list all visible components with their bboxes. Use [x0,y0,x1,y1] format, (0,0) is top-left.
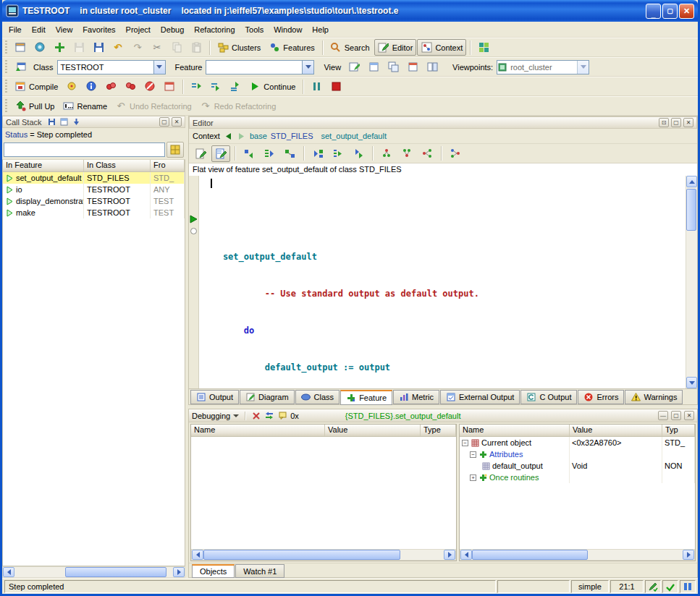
callees-button[interactable] [260,145,279,162]
freeze-button[interactable] [121,78,140,95]
ancestors-button[interactable] [377,145,396,162]
object-tree-row[interactable]: default_output Void NON [460,460,695,472]
undo-refactoring-button[interactable]: ↶ Undo Refactoring [111,98,195,114]
tab-external-output[interactable]: External Output [440,390,520,404]
project-info-button[interactable] [82,78,101,95]
hex-format-toggle[interactable]: 0x [290,412,299,420]
compile-button[interactable]: Compile [11,78,62,95]
objects-empty-area[interactable] [460,483,695,549]
comment-icon[interactable] [277,411,287,420]
code-line[interactable] [202,214,683,226]
copy-button[interactable] [167,39,186,56]
stack-filter-input[interactable] [4,142,165,157]
column-in-feature[interactable]: In Feature [3,160,84,171]
pause-button[interactable] [307,78,326,95]
watch-empty-area[interactable] [191,437,456,549]
tab-class[interactable]: Class [295,390,340,404]
column-in-class[interactable]: In Class [84,160,151,171]
code-line[interactable]: -- Use standard output as default output… [202,288,683,300]
menu-file[interactable]: File [4,23,27,36]
paste-button[interactable] [187,39,206,56]
step-into-button[interactable] [206,78,225,95]
breadcrumb-class[interactable]: STD_FILES [271,132,313,140]
external-commands-button[interactable] [474,39,493,56]
redo-button[interactable]: ↷ [128,39,147,56]
save-all-button[interactable] [89,39,108,56]
watch-hscrollbar[interactable] [191,549,456,561]
finalize-button[interactable] [160,78,179,95]
contract-view-button[interactable] [349,145,368,162]
chevron-down-icon[interactable] [233,414,239,417]
menu-help[interactable]: Help [307,23,334,36]
column-from[interactable]: Fro [151,160,185,171]
viewpoint-combo[interactable]: root_cluster [497,60,589,74]
cut-button[interactable]: ✂ [148,39,166,56]
expand-icon[interactable]: + [470,474,476,481]
column-value[interactable]: Value [325,425,421,436]
object-tree-row[interactable]: − Current object <0x32A8760> STD_ [460,437,695,448]
call-stack-row[interactable]: io TESTROOT ANY [3,184,185,195]
pull-up-button[interactable]: Pull Up [11,98,58,114]
collapse-icon[interactable]: − [462,440,468,446]
force-recompile-button[interactable] [62,78,81,95]
breadcrumb-feature[interactable]: set_output_default [321,132,387,140]
exchange-icon[interactable] [264,411,274,420]
toolbar-grip[interactable] [4,41,8,55]
scrollbar-thumb[interactable] [472,550,588,560]
tab-warnings[interactable]: Warnings [625,390,683,404]
cancel-compile-button[interactable] [140,78,159,95]
scrollbar-thumb[interactable] [203,550,400,560]
debugging-header[interactable]: Debugging 0x {STD_FILES}.set_output_defa… [189,409,697,422]
clickable-view-button[interactable] [211,145,230,162]
menu-tools[interactable]: Tools [240,23,269,36]
editor-toggle-button[interactable]: Editor [374,39,417,56]
column-name[interactable]: Name [191,425,325,436]
close-button[interactable]: ✕ [679,4,694,19]
editor-margin[interactable] [189,176,199,388]
descendants-button[interactable] [397,145,416,162]
menu-refactoring[interactable]: Refactoring [189,23,240,36]
close-debug-icon[interactable]: ✕ [684,411,694,420]
call-stack-row[interactable]: set_output_default STD_FILES STD_ [3,172,185,184]
context-toggle-button[interactable]: Context [417,39,466,56]
assigners-button[interactable] [280,145,299,162]
menu-window[interactable]: Window [269,23,307,36]
close-editor-icon[interactable]: ✕ [683,118,693,127]
stop-button[interactable] [326,78,345,95]
rename-button[interactable]: Rename [59,98,111,114]
feature-combo[interactable] [206,60,314,74]
scroll-left-icon[interactable] [3,567,14,577]
code-line[interactable]: do [202,325,683,337]
collapse-icon[interactable]: − [470,451,476,458]
undo-button[interactable]: ↶ [109,39,127,56]
clients-button[interactable] [446,145,465,162]
split-view-status[interactable] [680,580,696,593]
clusters-button[interactable]: Clusters [214,39,264,56]
column-type[interactable]: Type [421,425,456,436]
call-stack-header[interactable]: Call Stack ▢ ✕ [2,116,185,128]
tab-c-output[interactable]: C Output [520,390,577,404]
continue-button[interactable]: Continue [245,78,299,95]
open-in-external-editor-button[interactable] [403,59,422,75]
viewpoint-combo-arrow-icon[interactable] [577,61,589,74]
breadcrumb-cluster[interactable]: base [250,132,267,140]
column-type[interactable]: Typ [662,425,695,436]
maximize-button[interactable]: ▢ [662,4,678,19]
feature-combo-arrow-icon[interactable] [302,61,313,74]
features-button[interactable]: Features [265,39,318,56]
search-button[interactable]: Search [326,39,374,56]
step-out-button[interactable] [226,78,245,95]
scroll-right-icon[interactable] [173,567,185,577]
tab-watch-1[interactable]: Watch #1 [235,564,284,578]
editor-header[interactable]: Editor ⊡ ▢ ✕ [189,116,697,129]
add-project-button[interactable] [50,39,69,56]
melt-button[interactable] [101,78,120,95]
code-line[interactable]: default_output := output [202,362,683,374]
class-combo[interactable]: TESTROOT [57,60,166,74]
step-over-button[interactable] [187,78,206,95]
editable-status[interactable] [645,580,661,593]
history-forward-icon[interactable] [237,130,246,142]
tab-errors[interactable]: Errors [578,390,624,404]
scrollbar-thumb[interactable] [65,567,166,577]
toolbar-grip[interactable] [4,60,8,74]
